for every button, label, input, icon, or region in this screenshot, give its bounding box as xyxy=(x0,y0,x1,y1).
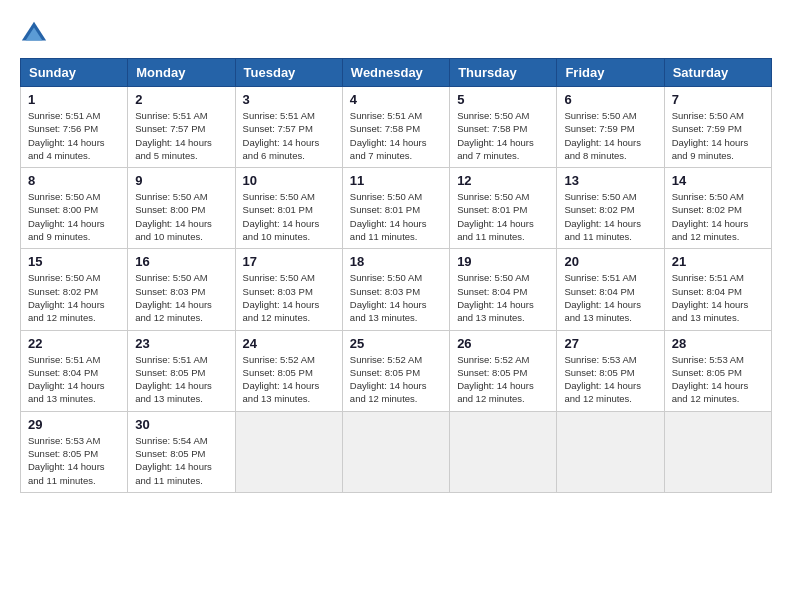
day-info: Sunrise: 5:52 AMSunset: 8:05 PMDaylight:… xyxy=(457,353,549,406)
day-number: 28 xyxy=(672,336,764,351)
day-info: Sunrise: 5:50 AMSunset: 7:58 PMDaylight:… xyxy=(457,109,549,162)
calendar-cell: 16 Sunrise: 5:50 AMSunset: 8:03 PMDaylig… xyxy=(128,249,235,330)
day-info: Sunrise: 5:50 AMSunset: 8:03 PMDaylight:… xyxy=(135,271,227,324)
calendar-table: SundayMondayTuesdayWednesdayThursdayFrid… xyxy=(20,58,772,493)
day-info: Sunrise: 5:51 AMSunset: 8:04 PMDaylight:… xyxy=(672,271,764,324)
day-number: 2 xyxy=(135,92,227,107)
day-number: 5 xyxy=(457,92,549,107)
day-number: 16 xyxy=(135,254,227,269)
week-row-3: 15 Sunrise: 5:50 AMSunset: 8:02 PMDaylig… xyxy=(21,249,772,330)
page-header xyxy=(20,20,772,48)
calendar-cell: 15 Sunrise: 5:50 AMSunset: 8:02 PMDaylig… xyxy=(21,249,128,330)
day-number: 25 xyxy=(350,336,442,351)
calendar-cell: 27 Sunrise: 5:53 AMSunset: 8:05 PMDaylig… xyxy=(557,330,664,411)
day-info: Sunrise: 5:50 AMSunset: 8:02 PMDaylight:… xyxy=(564,190,656,243)
week-row-2: 8 Sunrise: 5:50 AMSunset: 8:00 PMDayligh… xyxy=(21,168,772,249)
weekday-header-row: SundayMondayTuesdayWednesdayThursdayFrid… xyxy=(21,59,772,87)
day-info: Sunrise: 5:50 AMSunset: 8:01 PMDaylight:… xyxy=(243,190,335,243)
day-info: Sunrise: 5:50 AMSunset: 8:01 PMDaylight:… xyxy=(457,190,549,243)
calendar-cell: 8 Sunrise: 5:50 AMSunset: 8:00 PMDayligh… xyxy=(21,168,128,249)
day-info: Sunrise: 5:51 AMSunset: 8:04 PMDaylight:… xyxy=(28,353,120,406)
day-info: Sunrise: 5:51 AMSunset: 7:58 PMDaylight:… xyxy=(350,109,442,162)
weekday-header-monday: Monday xyxy=(128,59,235,87)
day-info: Sunrise: 5:50 AMSunset: 8:04 PMDaylight:… xyxy=(457,271,549,324)
calendar-cell: 18 Sunrise: 5:50 AMSunset: 8:03 PMDaylig… xyxy=(342,249,449,330)
day-number: 27 xyxy=(564,336,656,351)
day-info: Sunrise: 5:51 AMSunset: 7:57 PMDaylight:… xyxy=(135,109,227,162)
day-number: 10 xyxy=(243,173,335,188)
day-number: 3 xyxy=(243,92,335,107)
calendar-cell: 10 Sunrise: 5:50 AMSunset: 8:01 PMDaylig… xyxy=(235,168,342,249)
day-info: Sunrise: 5:53 AMSunset: 8:05 PMDaylight:… xyxy=(672,353,764,406)
weekday-header-tuesday: Tuesday xyxy=(235,59,342,87)
day-info: Sunrise: 5:50 AMSunset: 8:03 PMDaylight:… xyxy=(243,271,335,324)
day-info: Sunrise: 5:53 AMSunset: 8:05 PMDaylight:… xyxy=(28,434,120,487)
logo-icon xyxy=(20,20,48,48)
day-number: 23 xyxy=(135,336,227,351)
calendar-cell xyxy=(342,411,449,492)
day-number: 17 xyxy=(243,254,335,269)
calendar-cell: 28 Sunrise: 5:53 AMSunset: 8:05 PMDaylig… xyxy=(664,330,771,411)
day-info: Sunrise: 5:52 AMSunset: 8:05 PMDaylight:… xyxy=(350,353,442,406)
calendar-cell xyxy=(235,411,342,492)
day-info: Sunrise: 5:50 AMSunset: 8:02 PMDaylight:… xyxy=(672,190,764,243)
day-info: Sunrise: 5:51 AMSunset: 8:05 PMDaylight:… xyxy=(135,353,227,406)
day-number: 30 xyxy=(135,417,227,432)
day-info: Sunrise: 5:50 AMSunset: 8:01 PMDaylight:… xyxy=(350,190,442,243)
calendar-cell: 5 Sunrise: 5:50 AMSunset: 7:58 PMDayligh… xyxy=(450,87,557,168)
calendar-cell: 1 Sunrise: 5:51 AMSunset: 7:56 PMDayligh… xyxy=(21,87,128,168)
calendar-cell: 13 Sunrise: 5:50 AMSunset: 8:02 PMDaylig… xyxy=(557,168,664,249)
week-row-4: 22 Sunrise: 5:51 AMSunset: 8:04 PMDaylig… xyxy=(21,330,772,411)
day-number: 20 xyxy=(564,254,656,269)
calendar-cell: 29 Sunrise: 5:53 AMSunset: 8:05 PMDaylig… xyxy=(21,411,128,492)
calendar-cell xyxy=(557,411,664,492)
calendar-cell: 25 Sunrise: 5:52 AMSunset: 8:05 PMDaylig… xyxy=(342,330,449,411)
day-info: Sunrise: 5:51 AMSunset: 7:57 PMDaylight:… xyxy=(243,109,335,162)
day-number: 4 xyxy=(350,92,442,107)
day-number: 9 xyxy=(135,173,227,188)
day-number: 7 xyxy=(672,92,764,107)
calendar-cell xyxy=(664,411,771,492)
weekday-header-friday: Friday xyxy=(557,59,664,87)
day-number: 19 xyxy=(457,254,549,269)
weekday-header-wednesday: Wednesday xyxy=(342,59,449,87)
calendar-cell: 19 Sunrise: 5:50 AMSunset: 8:04 PMDaylig… xyxy=(450,249,557,330)
day-info: Sunrise: 5:50 AMSunset: 8:02 PMDaylight:… xyxy=(28,271,120,324)
calendar-cell: 20 Sunrise: 5:51 AMSunset: 8:04 PMDaylig… xyxy=(557,249,664,330)
calendar-cell: 30 Sunrise: 5:54 AMSunset: 8:05 PMDaylig… xyxy=(128,411,235,492)
day-info: Sunrise: 5:51 AMSunset: 7:56 PMDaylight:… xyxy=(28,109,120,162)
day-number: 13 xyxy=(564,173,656,188)
week-row-5: 29 Sunrise: 5:53 AMSunset: 8:05 PMDaylig… xyxy=(21,411,772,492)
day-number: 1 xyxy=(28,92,120,107)
calendar-cell: 26 Sunrise: 5:52 AMSunset: 8:05 PMDaylig… xyxy=(450,330,557,411)
day-number: 21 xyxy=(672,254,764,269)
day-number: 11 xyxy=(350,173,442,188)
calendar-cell: 3 Sunrise: 5:51 AMSunset: 7:57 PMDayligh… xyxy=(235,87,342,168)
day-info: Sunrise: 5:51 AMSunset: 8:04 PMDaylight:… xyxy=(564,271,656,324)
day-number: 29 xyxy=(28,417,120,432)
day-info: Sunrise: 5:50 AMSunset: 7:59 PMDaylight:… xyxy=(564,109,656,162)
day-number: 12 xyxy=(457,173,549,188)
calendar-cell xyxy=(450,411,557,492)
calendar-cell: 23 Sunrise: 5:51 AMSunset: 8:05 PMDaylig… xyxy=(128,330,235,411)
calendar-cell: 12 Sunrise: 5:50 AMSunset: 8:01 PMDaylig… xyxy=(450,168,557,249)
calendar-cell: 14 Sunrise: 5:50 AMSunset: 8:02 PMDaylig… xyxy=(664,168,771,249)
day-number: 26 xyxy=(457,336,549,351)
logo xyxy=(20,20,52,48)
calendar-cell: 9 Sunrise: 5:50 AMSunset: 8:00 PMDayligh… xyxy=(128,168,235,249)
day-number: 24 xyxy=(243,336,335,351)
day-info: Sunrise: 5:50 AMSunset: 8:00 PMDaylight:… xyxy=(135,190,227,243)
day-number: 6 xyxy=(564,92,656,107)
calendar-cell: 21 Sunrise: 5:51 AMSunset: 8:04 PMDaylig… xyxy=(664,249,771,330)
week-row-1: 1 Sunrise: 5:51 AMSunset: 7:56 PMDayligh… xyxy=(21,87,772,168)
calendar-cell: 4 Sunrise: 5:51 AMSunset: 7:58 PMDayligh… xyxy=(342,87,449,168)
calendar-cell: 2 Sunrise: 5:51 AMSunset: 7:57 PMDayligh… xyxy=(128,87,235,168)
weekday-header-saturday: Saturday xyxy=(664,59,771,87)
day-info: Sunrise: 5:54 AMSunset: 8:05 PMDaylight:… xyxy=(135,434,227,487)
day-info: Sunrise: 5:52 AMSunset: 8:05 PMDaylight:… xyxy=(243,353,335,406)
calendar-cell: 17 Sunrise: 5:50 AMSunset: 8:03 PMDaylig… xyxy=(235,249,342,330)
day-number: 15 xyxy=(28,254,120,269)
calendar-cell: 22 Sunrise: 5:51 AMSunset: 8:04 PMDaylig… xyxy=(21,330,128,411)
day-number: 18 xyxy=(350,254,442,269)
calendar-cell: 6 Sunrise: 5:50 AMSunset: 7:59 PMDayligh… xyxy=(557,87,664,168)
